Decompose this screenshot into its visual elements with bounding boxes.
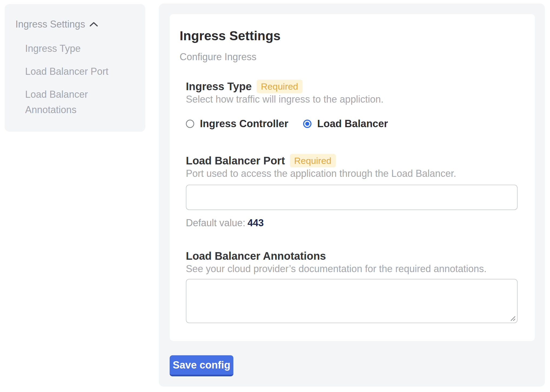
sidebar-item-load-balancer-port[interactable]: Load Balancer Port (25, 64, 135, 79)
radio-circle-ingress-controller[interactable] (186, 120, 194, 128)
section-load-balancer-port: Load Balancer Port Required Port used to… (186, 154, 518, 229)
radio-circle-load-balancer[interactable] (303, 120, 311, 128)
sidebar-item-ingress-type[interactable]: Ingress Type (25, 41, 135, 56)
sidebar-item-list: Ingress Type Load Balancer Port Load Bal… (15, 41, 137, 117)
save-config-button[interactable]: Save config (170, 355, 233, 376)
page-title: Ingress Settings (180, 28, 518, 43)
save-config-label: Save config (173, 359, 230, 371)
default-value: 443 (247, 217, 264, 228)
section-description: Select how traffic will ingress to the a… (186, 93, 518, 106)
ingress-type-radio-group: Ingress Controller Load Balancer (186, 118, 518, 130)
section-label: Ingress Type (186, 80, 252, 93)
sidebar-group-ingress-settings[interactable]: Ingress Settings (15, 18, 137, 31)
section-label-row: Ingress Type Required (186, 80, 518, 93)
section-label: Load Balancer Port (186, 154, 285, 167)
required-badge: Required (257, 80, 303, 93)
settings-panel: Ingress Settings Configure Ingress Ingre… (159, 4, 545, 387)
required-badge: Required (290, 154, 336, 167)
default-value-line: Default value:443 (186, 217, 518, 229)
section-label-row: Load Balancer Port Required (186, 154, 518, 167)
section-description: See your cloud provider’s documentation … (186, 263, 518, 275)
textarea-resize-handle[interactable] (509, 315, 516, 322)
page-subtitle: Configure Ingress (180, 51, 518, 63)
settings-nav-sidebar: Ingress Settings Ingress Type Load Balan… (5, 4, 145, 132)
annotations-textarea-wrap (186, 279, 518, 323)
ingress-settings-card: Ingress Settings Configure Ingress Ingre… (170, 14, 535, 341)
section-label-row: Load Balancer Annotations (186, 249, 518, 263)
section-description: Port used to access the application thro… (186, 167, 518, 180)
section-ingress-type: Ingress Type Required Select how traffic… (186, 80, 518, 130)
section-label: Load Balancer Annotations (186, 249, 326, 263)
radio-label: Ingress Controller (200, 118, 288, 130)
radio-option-load-balancer[interactable]: Load Balancer (303, 118, 388, 130)
radio-option-ingress-controller[interactable]: Ingress Controller (186, 118, 288, 130)
sidebar-item-load-balancer-annotations[interactable]: Load Balancer Annotations (25, 87, 135, 117)
radio-label: Load Balancer (317, 118, 388, 130)
sidebar-group-label: Ingress Settings (15, 18, 85, 31)
radio-dot (305, 122, 309, 126)
default-value-label: Default value: (186, 217, 245, 228)
load-balancer-annotations-textarea[interactable] (186, 279, 518, 323)
load-balancer-port-input[interactable] (186, 185, 518, 210)
chevron-up-icon (89, 22, 98, 27)
section-load-balancer-annotations: Load Balancer Annotations See your cloud… (186, 249, 518, 323)
